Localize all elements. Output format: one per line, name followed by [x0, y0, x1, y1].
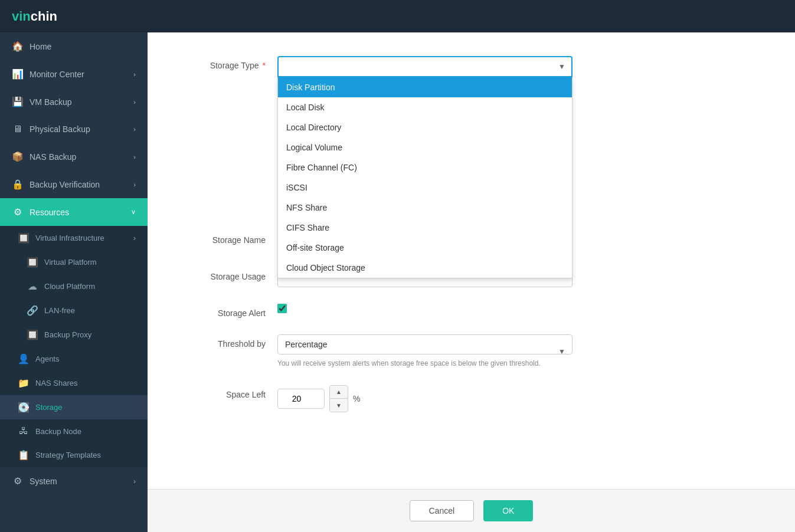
sidebar-sub-resources: 🔲 Virtual Infrastructure › 🔲 Virtual Pla… [0, 226, 148, 467]
storage-alert-row: Storage Alert [183, 304, 760, 318]
logo-part2: chin [31, 9, 57, 24]
threshold-select[interactable]: Percentage Size [277, 334, 572, 354]
storage-alert-label: Storage Alert [183, 304, 266, 318]
sidebar-item-backup-proxy[interactable]: 🔲 Backup Proxy [0, 323, 148, 347]
resources-icon: ⚙ [12, 206, 24, 218]
required-star: * [263, 61, 266, 70]
system-icon: ⚙ [12, 475, 24, 487]
proxy-icon: 🔲 [27, 329, 38, 340]
virtual-infra-icon: 🔲 [18, 232, 30, 244]
sidebar-item-label: Storage [35, 403, 63, 412]
sidebar-item-physical-backup[interactable]: 🖥 Physical Backup › [0, 116, 148, 143]
chevron-right-icon: › [133, 98, 136, 106]
vm-icon: 💾 [12, 96, 24, 107]
threshold-label: Threshold by [183, 334, 266, 349]
sidebar-item-home[interactable]: 🏠 Home [0, 32, 148, 60]
sidebar-item-backup-node[interactable]: 🖧 Backup Node [0, 419, 148, 443]
cloud-icon: ☁ [27, 281, 38, 292]
sidebar-item-label: Home [30, 42, 51, 51]
verification-icon: 🔒 [12, 179, 24, 190]
agents-icon: 👤 [18, 353, 30, 364]
storage-name-label: Storage Name [183, 231, 266, 245]
sidebar: 🏠 Home 📊 Monitor Center › 💾 VM Backup › … [0, 32, 148, 532]
content-area: Storage Type * ▼ Disk Partition Local Di… [148, 32, 795, 532]
backup-node-icon: 🖧 [18, 426, 30, 436]
dropdown-option-fibre-channel[interactable]: Fibre Channel (FC) [278, 157, 572, 178]
space-left-row: Space Left ▲ ▼ % [183, 385, 760, 412]
space-left-label: Space Left [183, 385, 266, 399]
dropdown-option-nfs-share[interactable]: NFS Share [278, 198, 572, 218]
storage-type-dropdown: Disk Partition Local Disk Local Director… [277, 77, 572, 278]
dropdown-option-cloud-object-storage[interactable]: Cloud Object Storage [278, 258, 572, 278]
storage-alert-wrapper [277, 304, 572, 313]
sidebar-item-cloud-platform[interactable]: ☁ Cloud Platform [0, 274, 148, 298]
sidebar-item-label: VM Backup [30, 97, 72, 107]
stepper-down-button[interactable]: ▼ [330, 399, 348, 412]
sidebar-item-agents[interactable]: 👤 Agents [0, 347, 148, 371]
dropdown-option-off-site-storage[interactable]: Off-site Storage [278, 238, 572, 258]
stepper-buttons: ▲ ▼ [329, 385, 348, 412]
stepper-up-button[interactable]: ▲ [330, 386, 348, 399]
space-left-control: ▲ ▼ % [277, 385, 572, 412]
storage-type-label: Storage Type * [183, 56, 266, 70]
dropdown-option-local-disk[interactable]: Local Disk [278, 97, 572, 117]
sidebar-item-virtual-platform[interactable]: 🔲 Virtual Platform [0, 250, 148, 274]
sidebar-item-vm-backup[interactable]: 💾 VM Backup › [0, 88, 148, 116]
cancel-button[interactable]: Cancel [410, 500, 475, 521]
threshold-wrapper: Percentage Size ▼ You will receive syste… [277, 334, 572, 369]
chevron-right-icon: › [133, 153, 136, 160]
chevron-down-icon: ∨ [131, 208, 136, 216]
sidebar-item-system[interactable]: ⚙ System › [0, 467, 148, 495]
sidebar-item-label: Monitor Center [30, 70, 84, 79]
storage-type-select-container: ▼ Disk Partition Local Disk Local Direct… [277, 56, 572, 77]
sidebar-item-virtual-infrastructure[interactable]: 🔲 Virtual Infrastructure › [0, 226, 148, 250]
sidebar-item-label: Virtual Infrastructure [35, 234, 104, 242]
sidebar-item-label: Agents [35, 354, 59, 363]
lan-icon: 🔗 [27, 305, 38, 316]
sidebar-item-nas-shares[interactable]: 📁 NAS Shares [0, 371, 148, 395]
dropdown-option-local-directory[interactable]: Local Directory [278, 117, 572, 137]
storage-icon: 💽 [18, 402, 30, 413]
storage-type-input[interactable] [277, 56, 572, 77]
chevron-right-icon: › [133, 126, 136, 133]
storage-type-wrapper: ▼ Disk Partition Local Disk Local Direct… [277, 56, 572, 77]
sidebar-item-resources[interactable]: ⚙ Resources ∨ [0, 198, 148, 226]
dropdown-option-iscsi[interactable]: iSCSI [278, 178, 572, 198]
percent-label: % [353, 394, 360, 403]
chevron-right-icon: › [133, 234, 136, 242]
sidebar-item-label: Virtual Platform [44, 258, 97, 267]
sidebar-item-label: LAN-free [44, 306, 75, 315]
sidebar-item-label: Strategy Templates [35, 451, 101, 459]
dropdown-option-disk-partition[interactable]: Disk Partition [278, 77, 572, 97]
storage-type-row: Storage Type * ▼ Disk Partition Local Di… [183, 56, 760, 77]
physical-icon: 🖥 [12, 124, 24, 134]
ok-button[interactable]: OK [483, 500, 533, 521]
chevron-right-icon: › [133, 71, 136, 78]
sidebar-item-storage[interactable]: 💽 Storage [0, 395, 148, 419]
sidebar-item-label: Backup Verification [30, 180, 100, 189]
sidebar-item-label: System [30, 477, 57, 486]
threshold-hint: You will receive system alerts when stor… [277, 358, 572, 369]
sidebar-item-nas-backup[interactable]: 📦 NAS Backup › [0, 143, 148, 170]
space-left-input[interactable] [277, 389, 325, 409]
sidebar-item-strategy-templates[interactable]: 📋 Strategy Templates [0, 443, 148, 467]
sidebar-item-label: Backup Proxy [44, 330, 91, 339]
nas-shares-icon: 📁 [18, 377, 30, 389]
monitor-icon: 📊 [12, 68, 24, 80]
space-left-wrapper: ▲ ▼ % [277, 385, 572, 412]
chevron-right-icon: › [133, 181, 136, 188]
storage-alert-checkbox[interactable] [277, 304, 287, 313]
strategy-icon: 📋 [18, 449, 30, 461]
topbar: vinchin [0, 0, 795, 32]
sidebar-item-monitor-center[interactable]: 📊 Monitor Center › [0, 60, 148, 88]
footer-bar: Cancel OK [148, 489, 795, 532]
chevron-right-icon: › [133, 478, 136, 485]
dropdown-option-cifs-share[interactable]: CIFS Share [278, 218, 572, 238]
sidebar-item-backup-verification[interactable]: 🔒 Backup Verification › [0, 170, 148, 198]
sidebar-item-label: Resources [30, 208, 69, 217]
sidebar-item-label: NAS Backup [30, 152, 76, 162]
dropdown-option-logical-volume[interactable]: Logical Volume [278, 137, 572, 157]
home-icon: 🏠 [12, 41, 24, 52]
sidebar-item-lan-free[interactable]: 🔗 LAN-free [0, 298, 148, 323]
logo-part1: vin [12, 9, 31, 24]
